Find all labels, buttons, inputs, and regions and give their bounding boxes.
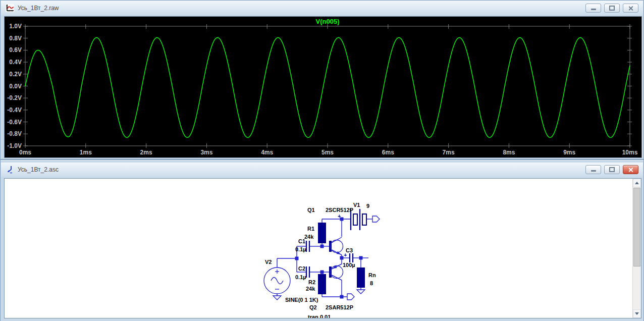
label-Q1-ref[interactable]: Q1 — [307, 207, 315, 213]
junction-dot — [320, 245, 324, 248]
y-axis-label: -1.0V — [7, 142, 22, 149]
label-V2-ref[interactable]: V2 — [265, 259, 272, 265]
minimize-button[interactable] — [585, 4, 601, 13]
restore-button[interactable] — [604, 4, 620, 13]
label-R2-ref[interactable]: R2 — [308, 279, 315, 285]
x-axis-label: 7ms — [443, 149, 455, 156]
close-button[interactable] — [623, 4, 638, 13]
window-title: Усь_1Вт_2.asc — [18, 166, 59, 173]
y-axis-label: 0.6V — [9, 46, 22, 54]
x-axis-label: 0ms — [19, 149, 31, 156]
x-axis-label: 10ms — [622, 149, 638, 156]
x-axis-label: 5ms — [321, 149, 334, 156]
sine-symbol — [271, 278, 283, 284]
waveform-client-area[interactable]: V(n005) 1.0V0.8V0.6V0.4V0.2V0.0V-0.2V-0.… — [4, 16, 642, 158]
scrollbar-thumb[interactable] — [633, 188, 640, 266]
schematic-vertical-scrollbar[interactable] — [632, 179, 641, 318]
minimize-icon — [591, 9, 596, 10]
label-Q2-ref[interactable]: Q2 — [309, 304, 317, 310]
x-axis-label: 3ms — [200, 149, 212, 156]
close-icon — [628, 167, 633, 173]
spice-directive[interactable]: .tran 0.01 — [306, 314, 331, 318]
x-axis-label: 2ms — [140, 149, 152, 156]
label-C2-value[interactable]: 0.1µ — [295, 274, 306, 280]
label-C3-ref[interactable]: C3 — [346, 247, 353, 253]
transistor-lead[interactable] — [332, 237, 342, 243]
scroll-down-button[interactable] — [633, 309, 641, 318]
junction-dot — [340, 256, 344, 260]
plot-frame — [25, 26, 630, 146]
junction-dot — [320, 271, 324, 274]
label-C3-value[interactable]: 100µ — [343, 262, 355, 268]
y-axis-label: 0.4V — [9, 59, 22, 66]
label-R1-value[interactable]: 24k — [304, 234, 314, 240]
window-controls — [582, 4, 638, 13]
waveform-file-icon[interactable] — [6, 4, 14, 12]
x-axis-label: 9ms — [563, 149, 575, 156]
schematic-canvas[interactable]: ++Q12SCR512PQ22SAR512PR124kR224kC10.1µC2… — [5, 179, 632, 318]
restore-icon — [609, 167, 615, 172]
y-axis-label: 0.0V — [9, 83, 22, 90]
titlebar-waveform[interactable]: Усь_1Вт_2.raw — [1, 1, 643, 15]
label-R2-value[interactable]: 24k — [306, 286, 315, 292]
window-controls — [582, 165, 638, 174]
ground-symbol[interactable] — [273, 296, 281, 300]
scrollbar-track[interactable] — [633, 187, 641, 309]
label-V2-value[interactable]: SINE(0 1 1K) — [285, 297, 318, 303]
scroll-up-button[interactable] — [633, 179, 641, 187]
y-axis-label: 1.0V — [9, 23, 22, 30]
label-Q1-value[interactable]: 2SCR512P — [326, 207, 353, 213]
y-axis-label: -0.8V — [7, 130, 22, 137]
scroll-up-icon — [635, 182, 639, 184]
x-axis-label: 4ms — [261, 149, 273, 156]
restore-icon — [609, 6, 615, 11]
label-Q2-value[interactable]: 2SAR512P — [326, 304, 353, 310]
restore-button[interactable] — [604, 165, 620, 174]
minimize-icon — [591, 170, 596, 172]
schematic-client-area: ++Q12SCR512PQ22SAR512PR124kR224kC10.1µC2… — [4, 178, 641, 318]
resistor-R2-body[interactable] — [318, 274, 326, 294]
schematic-file-icon[interactable] — [6, 166, 14, 174]
label-R1-ref[interactable]: R1 — [307, 226, 314, 232]
y-axis-label: 0.2V — [9, 71, 22, 78]
window-waveform-viewer: Усь_1Вт_2.raw V(n005) 1.0V0.8V0.6V0.4V0.… — [0, 0, 644, 159]
y-axis-label: 0.8V — [9, 35, 22, 42]
resistor-R1-body[interactable] — [318, 223, 326, 243]
waveform-plot[interactable]: 1.0V0.8V0.6V0.4V0.2V0.0V-0.2V-0.4V-0.6V-… — [5, 17, 641, 157]
label-Rn-ref[interactable]: Rn — [368, 272, 376, 278]
window-schematic-editor: Усь_1Вт_2.asc ++Q12SCR512PQ22SAR512PR124… — [0, 159, 644, 321]
label-V1-ref[interactable]: V1 — [353, 202, 360, 208]
junction-dot — [359, 256, 363, 260]
minimize-button[interactable] — [585, 165, 601, 174]
scroll-down-icon — [635, 312, 639, 315]
close-button[interactable] — [623, 165, 638, 174]
titlebar-schematic[interactable]: Усь_1Вт_2.asc — [1, 163, 643, 177]
trace-v-n005[interactable] — [25, 38, 630, 138]
close-icon — [628, 6, 633, 11]
x-axis-label: 1ms — [80, 149, 92, 156]
x-axis-label: 6ms — [382, 149, 394, 156]
label-C1-ref[interactable]: C1 — [298, 238, 305, 244]
label-C2-ref[interactable]: C2 — [298, 265, 305, 272]
port-arrow[interactable] — [372, 216, 380, 222]
x-axis-label: 8ms — [503, 149, 515, 156]
junction-dot — [295, 257, 299, 260]
port-arrow[interactable] — [347, 294, 354, 300]
y-axis-label: -0.4V — [7, 106, 22, 114]
label-V1-value[interactable]: 9 — [366, 203, 369, 209]
schematic-drawing[interactable]: ++Q12SCR512PQ22SAR512PR124kR224kC10.1µC2… — [5, 179, 632, 318]
resistor-Rn-body[interactable] — [357, 268, 365, 288]
schematic-root: ++Q12SCR512PQ22SAR512PR124kR224kC10.1µC2… — [264, 202, 380, 318]
label-Rn-value[interactable]: 8 — [370, 280, 373, 286]
battery-V1-cell[interactable] — [353, 214, 357, 225]
ground-symbol[interactable] — [357, 290, 365, 294]
plus-marker: + — [338, 213, 341, 219]
label-C1-value[interactable]: 0.1µ — [295, 246, 306, 252]
y-axis-label: -0.6V — [7, 119, 22, 126]
battery-V1-cell[interactable] — [362, 214, 366, 225]
transistor-Q1-circle[interactable] — [331, 240, 343, 253]
junction-dot — [340, 295, 344, 299]
window-title: Усь_1Вт_2.raw — [18, 5, 59, 12]
y-axis-label: -0.2V — [7, 94, 22, 101]
